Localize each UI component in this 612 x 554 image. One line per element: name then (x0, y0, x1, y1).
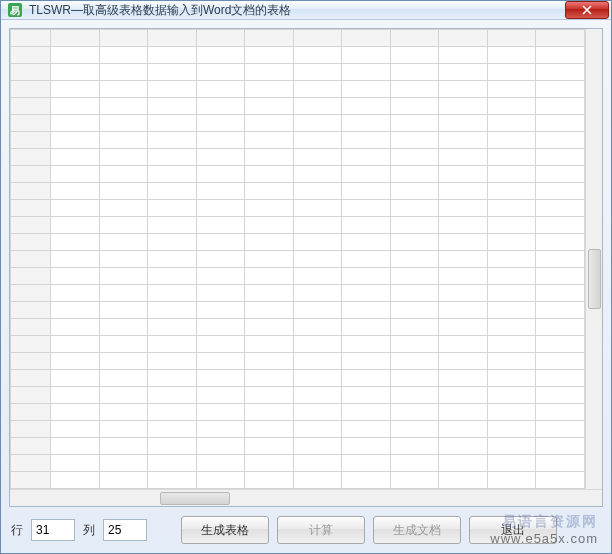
grid-cell[interactable] (390, 115, 439, 132)
grid-cell[interactable] (487, 370, 536, 387)
grid-cell[interactable] (293, 200, 342, 217)
grid-cell[interactable] (293, 438, 342, 455)
grid-cell[interactable] (390, 234, 439, 251)
grid-cell[interactable] (245, 472, 294, 489)
grid-cell[interactable] (439, 98, 488, 115)
grid-cell[interactable] (536, 251, 585, 268)
horizontal-scroll-thumb[interactable] (160, 492, 230, 505)
grid-cell[interactable] (439, 64, 488, 81)
grid-cell[interactable] (293, 319, 342, 336)
grid-cell[interactable] (99, 404, 148, 421)
grid-cell[interactable] (51, 472, 100, 489)
grid-cell[interactable] (536, 319, 585, 336)
grid-cell[interactable] (487, 132, 536, 149)
grid-cell[interactable] (342, 98, 391, 115)
vertical-scrollbar[interactable] (585, 29, 602, 489)
grid-cell[interactable] (342, 421, 391, 438)
grid-cell[interactable] (487, 217, 536, 234)
grid-cell[interactable] (148, 149, 197, 166)
grid-cell[interactable] (99, 98, 148, 115)
grid-cell[interactable] (11, 319, 51, 336)
grid-cell[interactable] (11, 200, 51, 217)
grid-cell[interactable] (11, 47, 51, 64)
grid-cell[interactable] (148, 64, 197, 81)
grid-cell[interactable] (148, 183, 197, 200)
grid-cell[interactable] (99, 387, 148, 404)
grid-cell[interactable] (536, 132, 585, 149)
generate-table-button[interactable]: 生成表格 (181, 516, 269, 544)
grid-cell[interactable] (196, 30, 245, 47)
grid-cell[interactable] (51, 81, 100, 98)
grid-cell[interactable] (342, 30, 391, 47)
grid-cell[interactable] (536, 64, 585, 81)
grid-cell[interactable] (487, 149, 536, 166)
grid-cell[interactable] (536, 30, 585, 47)
grid-cell[interactable] (196, 166, 245, 183)
grid-cell[interactable] (390, 149, 439, 166)
grid-cell[interactable] (11, 149, 51, 166)
grid-cell[interactable] (536, 81, 585, 98)
grid-cell[interactable] (390, 183, 439, 200)
grid-cell[interactable] (148, 472, 197, 489)
grid-cell[interactable] (536, 336, 585, 353)
grid-cell[interactable] (487, 64, 536, 81)
grid-cell[interactable] (245, 370, 294, 387)
grid-cell[interactable] (148, 421, 197, 438)
grid-cell[interactable] (148, 353, 197, 370)
grid-cell[interactable] (439, 404, 488, 421)
grid-cell[interactable] (342, 319, 391, 336)
grid-cell[interactable] (293, 115, 342, 132)
grid-cell[interactable] (245, 285, 294, 302)
grid-cell[interactable] (196, 268, 245, 285)
grid-cell[interactable] (487, 472, 536, 489)
close-button[interactable] (565, 1, 609, 19)
grid-cell[interactable] (99, 285, 148, 302)
grid-cell[interactable] (11, 64, 51, 81)
grid-cell[interactable] (51, 166, 100, 183)
grid-cell[interactable] (11, 183, 51, 200)
grid-cell[interactable] (293, 98, 342, 115)
grid-cell[interactable] (390, 200, 439, 217)
grid-cell[interactable] (439, 30, 488, 47)
grid-cell[interactable] (99, 64, 148, 81)
grid-cell[interactable] (439, 336, 488, 353)
grid-cell[interactable] (148, 234, 197, 251)
grid-cell[interactable] (293, 149, 342, 166)
grid-cell[interactable] (439, 421, 488, 438)
grid-cell[interactable] (99, 319, 148, 336)
grid-cell[interactable] (196, 64, 245, 81)
grid-cell[interactable] (51, 132, 100, 149)
grid-cell[interactable] (196, 455, 245, 472)
grid-cell[interactable] (536, 421, 585, 438)
grid-cell[interactable] (245, 438, 294, 455)
calculate-button[interactable]: 计算 (277, 516, 365, 544)
grid-cell[interactable] (487, 336, 536, 353)
grid-cell[interactable] (536, 268, 585, 285)
grid-cell[interactable] (99, 200, 148, 217)
grid-cell[interactable] (342, 268, 391, 285)
grid-cell[interactable] (245, 353, 294, 370)
grid-cell[interactable] (536, 472, 585, 489)
grid-cell[interactable] (439, 370, 488, 387)
grid-cell[interactable] (390, 336, 439, 353)
grid-cell[interactable] (99, 132, 148, 149)
grid-cell[interactable] (390, 319, 439, 336)
col-input[interactable] (103, 519, 147, 541)
grid-cell[interactable] (245, 183, 294, 200)
grid-cell[interactable] (342, 370, 391, 387)
grid-cell[interactable] (536, 115, 585, 132)
grid-cell[interactable] (196, 319, 245, 336)
grid-cell[interactable] (148, 47, 197, 64)
grid-cell[interactable] (245, 30, 294, 47)
grid-cell[interactable] (342, 285, 391, 302)
grid-cell[interactable] (293, 268, 342, 285)
grid-cell[interactable] (439, 217, 488, 234)
grid-cell[interactable] (293, 404, 342, 421)
grid-cell[interactable] (293, 166, 342, 183)
grid-cell[interactable] (196, 251, 245, 268)
grid-cell[interactable] (439, 353, 488, 370)
grid-cell[interactable] (390, 98, 439, 115)
grid-cell[interactable] (439, 302, 488, 319)
generate-doc-button[interactable]: 生成文档 (373, 516, 461, 544)
grid-cell[interactable] (196, 132, 245, 149)
